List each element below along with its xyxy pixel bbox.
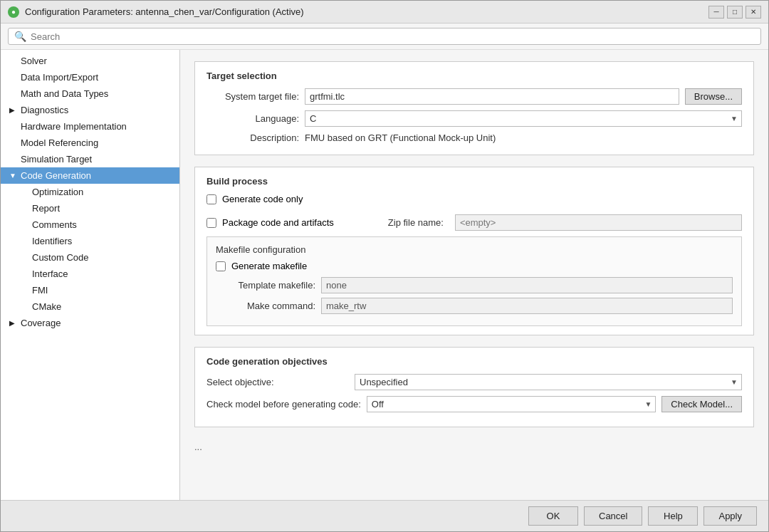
check-model-button[interactable]: Check Model... (661, 396, 742, 412)
generate-code-checkbox[interactable] (206, 194, 216, 204)
language-select-wrap: C C++ ▼ (305, 110, 742, 127)
ok-button[interactable]: OK (528, 506, 578, 526)
objectives-section-title: Code generation objectives (206, 356, 742, 367)
generate-makefile-label: Generate makefile (231, 261, 307, 271)
search-bar-container: 🔍 (1, 24, 768, 50)
sidebar-item-label: Data Import/Export (21, 72, 98, 83)
package-code-checkbox[interactable] (206, 218, 216, 228)
sidebar-item-hardware-implementation[interactable]: Hardware Implementation (1, 118, 179, 135)
app-icon: ● (8, 6, 19, 18)
description-value: FMU based on GRT (Functional Mock-up Uni… (305, 132, 496, 143)
language-label: Language: (206, 113, 299, 124)
sidebar-item-math-data-types[interactable]: Math and Data Types (1, 85, 179, 102)
sidebar-item-diagnostics[interactable]: ▶ Diagnostics (1, 102, 179, 118)
search-input[interactable] (31, 31, 755, 42)
check-model-select-wrap: Off On ▼ (367, 396, 656, 412)
select-objective-select[interactable]: Unspecified (355, 374, 742, 390)
sidebar-item-label: Hardware Implementation (21, 121, 127, 132)
zip-file-name-input[interactable] (455, 214, 742, 231)
make-command-label: Make command: (216, 301, 315, 311)
check-model-row: Check model before generating code: Off … (206, 396, 742, 412)
content-area: Target selection System target file: Bro… (180, 50, 768, 500)
system-target-file-input[interactable] (305, 88, 679, 105)
main-window: ● Configuration Parameters: antenna_chen… (0, 0, 769, 532)
minimize-button[interactable]: ─ (708, 6, 724, 19)
objectives-section: Code generation objectives Select object… (194, 347, 754, 427)
generate-code-row: Generate code only (206, 194, 742, 210)
sidebar-item-data-import-export[interactable]: Data Import/Export (1, 69, 179, 85)
sidebar-item-label: Interface (32, 268, 68, 279)
title-bar-left: ● Configuration Parameters: antenna_chen… (8, 6, 304, 18)
main-area: Solver Data Import/Export Math and Data … (1, 50, 768, 500)
package-code-row: Package code and artifacts Zip file name… (206, 214, 742, 231)
makefile-section-title: Makefile configuration (216, 244, 733, 255)
sidebar-item-label: Model Referencing (21, 137, 98, 148)
language-row: Language: C C++ ▼ (206, 110, 742, 127)
apply-button[interactable]: Apply (703, 506, 757, 526)
expand-arrow-icon: ▶ (9, 319, 18, 327)
sidebar-item-comments[interactable]: Comments (1, 217, 179, 233)
sidebar-item-label: Coverage (21, 318, 61, 328)
sidebar-item-label: CMake (32, 301, 61, 312)
cancel-button[interactable]: Cancel (584, 506, 642, 526)
sidebar-item-label: Code Generation (21, 170, 91, 181)
window-title: Configuration Parameters: antenna_chen_v… (25, 6, 304, 17)
target-selection-title: Target selection (206, 71, 742, 81)
maximize-button[interactable]: □ (727, 6, 743, 19)
make-command-row: Make command: (216, 298, 733, 314)
build-process-section: Build process Generate code only Package… (194, 167, 754, 335)
close-button[interactable]: ✕ (746, 6, 761, 19)
check-model-select[interactable]: Off On (367, 396, 656, 412)
sidebar-item-coverage[interactable]: ▶ Coverage (1, 315, 179, 331)
sidebar-item-label: Report (32, 203, 60, 214)
expand-arrow-icon: ▶ (9, 106, 18, 114)
system-target-file-label: System target file: (206, 91, 299, 102)
sidebar-item-label: Optimization (32, 187, 83, 197)
sidebar: Solver Data Import/Export Math and Data … (1, 50, 180, 500)
sidebar-item-code-generation[interactable]: ▼ Code Generation (1, 167, 179, 184)
generate-makefile-checkbox[interactable] (216, 261, 226, 271)
ellipsis: ... (194, 439, 754, 455)
search-icon: 🔍 (14, 31, 26, 42)
build-process-title: Build process (206, 176, 742, 187)
browse-button[interactable]: Browse... (685, 88, 742, 105)
title-bar: ● Configuration Parameters: antenna_chen… (1, 1, 768, 24)
sidebar-item-simulation-target[interactable]: Simulation Target (1, 151, 179, 167)
check-model-label: Check model before generating code: (206, 399, 361, 410)
sidebar-item-label: Identifiers (32, 236, 72, 246)
sidebar-item-custom-code[interactable]: Custom Code (1, 249, 179, 266)
package-code-label: Package code and artifacts (222, 217, 334, 228)
sidebar-item-model-referencing[interactable]: Model Referencing (1, 135, 179, 151)
sidebar-item-fmi[interactable]: FMI (1, 282, 179, 298)
sidebar-item-label: Custom Code (32, 252, 88, 263)
footer: OK Cancel Help Apply (1, 500, 768, 531)
description-row: Description: FMU based on GRT (Functiona… (206, 132, 742, 143)
sidebar-item-cmake[interactable]: CMake (1, 298, 179, 315)
generate-code-label: Generate code only (222, 194, 303, 204)
help-button[interactable]: Help (648, 506, 698, 526)
sidebar-item-label: Simulation Target (21, 154, 92, 165)
template-makefile-input[interactable] (321, 277, 733, 293)
template-makefile-label: Template makefile: (216, 280, 315, 291)
sidebar-item-report[interactable]: Report (1, 200, 179, 217)
generate-makefile-row: Generate makefile (216, 261, 733, 271)
make-command-input[interactable] (321, 298, 733, 314)
select-objective-wrap: Unspecified ▼ (355, 374, 742, 390)
description-label: Description: (206, 132, 299, 143)
select-objective-label: Select objective: (206, 377, 349, 387)
package-code-checkbox-row: Package code and artifacts (206, 217, 334, 228)
language-select[interactable]: C C++ (305, 110, 742, 127)
sidebar-item-label: FMI (32, 285, 48, 296)
collapse-arrow-icon: ▼ (9, 172, 18, 179)
generate-code-checkbox-row: Generate code only (206, 194, 303, 204)
sidebar-item-identifiers[interactable]: Identifiers (1, 233, 179, 249)
sidebar-item-label: Comments (32, 219, 77, 230)
target-selection-section: Target selection System target file: Bro… (194, 61, 754, 155)
sidebar-item-label: Diagnostics (21, 105, 68, 115)
sidebar-item-optimization[interactable]: Optimization (1, 184, 179, 200)
search-input-wrap: 🔍 (8, 28, 761, 45)
sidebar-item-solver[interactable]: Solver (1, 53, 179, 69)
sidebar-item-interface[interactable]: Interface (1, 266, 179, 282)
window-controls: ─ □ ✕ (708, 6, 761, 19)
system-target-file-row: System target file: Browse... (206, 88, 742, 105)
